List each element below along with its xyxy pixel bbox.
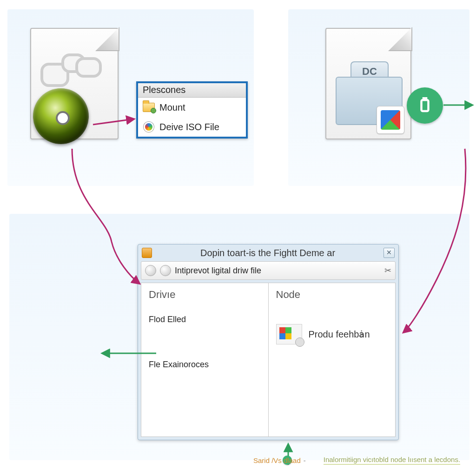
toolbar-text: Intiprevot ligital driw file bbox=[175, 266, 261, 276]
toolbar-forward-icon[interactable] bbox=[160, 265, 171, 276]
app-icon bbox=[142, 248, 152, 258]
left-column: Drivıe Flod Elled Fle Exainoroces bbox=[141, 283, 268, 436]
node-item[interactable]: Produ feehbȧn bbox=[276, 324, 388, 344]
node-item-label: Produ feehbȧn bbox=[309, 329, 370, 340]
window-body: Drivıe Flod Elled Fle Exainoroces Node P… bbox=[141, 283, 396, 437]
dc-file-icon[interactable]: DC bbox=[325, 28, 411, 139]
context-menu: Plescones Mount Deive ISO File bbox=[136, 81, 248, 139]
toolbar-action-icon[interactable]: ✂ bbox=[384, 265, 391, 276]
context-menu-item-label: Deive ISO File bbox=[159, 122, 219, 132]
caption-part2: Inalormitiign vicıtobld node lıısent a l… bbox=[324, 456, 460, 465]
explorer-window: Dopin toart-is the Fightt Deme ar ✕ Inti… bbox=[138, 244, 399, 440]
caption-dash: - bbox=[304, 456, 306, 464]
program-overlay-icon bbox=[377, 106, 404, 134]
context-menu-item-label: Mount bbox=[159, 102, 185, 113]
context-menu-item-derive-iso[interactable]: Deive ISO File bbox=[138, 117, 246, 137]
list-item[interactable]: Flod Elled bbox=[149, 315, 261, 324]
folder-icon bbox=[143, 101, 155, 113]
caption-part1: Sarid /Vs dlaad bbox=[253, 456, 301, 464]
windows-flag-icon bbox=[276, 324, 302, 344]
context-menu-item-mount[interactable]: Mount bbox=[138, 98, 246, 117]
generic-glyph-icon bbox=[40, 53, 101, 91]
window-title: Dopin toart-is the Fightt Deme ar bbox=[152, 248, 383, 258]
gear-icon bbox=[143, 121, 155, 133]
left-heading: Drivıe bbox=[149, 289, 261, 301]
caption-bar: Sarid /Vs dlaad - Inalormitiign vicıtobl… bbox=[253, 454, 460, 467]
svg-rect-1 bbox=[423, 98, 426, 100]
right-column: Node Produ feehbȧn bbox=[268, 283, 396, 436]
battery-badge-icon bbox=[407, 87, 443, 124]
window-toolbar: Intiprevot ligital driw file ✂ bbox=[141, 261, 396, 280]
svg-rect-0 bbox=[422, 100, 429, 111]
toolbar-back-icon[interactable] bbox=[145, 265, 156, 276]
iso-file-icon[interactable] bbox=[30, 28, 119, 139]
window-close-button[interactable]: ✕ bbox=[383, 248, 395, 258]
disc-icon bbox=[33, 88, 89, 144]
list-item[interactable]: Fle Exainoroces bbox=[149, 360, 261, 370]
right-heading: Node bbox=[276, 289, 388, 301]
context-menu-title: Plescones bbox=[138, 83, 246, 98]
window-titlebar[interactable]: Dopin toart-is the Fightt Deme ar ✕ bbox=[138, 245, 398, 261]
